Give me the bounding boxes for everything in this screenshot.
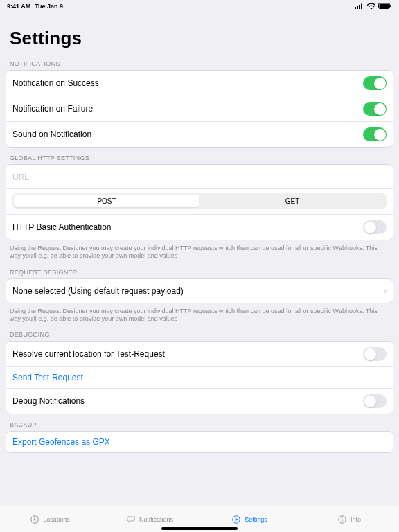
toggle-sound[interactable] bbox=[363, 127, 387, 141]
label-sound: Sound on Notification bbox=[12, 130, 91, 139]
section-header-request-designer: REQUEST DESIGNER bbox=[0, 262, 399, 278]
svg-rect-0 bbox=[355, 7, 356, 9]
row-method-segment: POST GET bbox=[6, 188, 393, 214]
locations-icon bbox=[30, 515, 39, 524]
segment-get-button[interactable]: GET bbox=[200, 195, 385, 207]
row-basic-auth[interactable]: HTTP Basic Authentication bbox=[6, 214, 393, 240]
row-debug-notifications[interactable]: Debug Notifications bbox=[6, 388, 393, 414]
svg-marker-8 bbox=[33, 516, 36, 520]
label-failure: Notification on Failure bbox=[12, 104, 93, 114]
label-send-test[interactable]: Send Test-Request bbox=[12, 373, 83, 382]
row-failure-notification[interactable]: Notification on Failure bbox=[6, 96, 393, 121]
status-time: 9:41 AM bbox=[7, 3, 30, 10]
battery-icon bbox=[378, 3, 392, 10]
section-header-global-http: GLOBAL HTTP SETTINGS bbox=[0, 148, 399, 164]
label-resolve-location: Resolve current location for Test-Reques… bbox=[12, 349, 165, 359]
section-header-debugging: DEBUGGING bbox=[0, 324, 399, 341]
row-request-designer[interactable]: None selected (Using default request pay… bbox=[6, 279, 393, 303]
svg-rect-13 bbox=[342, 519, 342, 522]
toggle-debug-notifications[interactable] bbox=[363, 394, 387, 408]
tab-notifications-label: Notifications bbox=[139, 516, 173, 523]
svg-rect-5 bbox=[380, 3, 389, 8]
group-global-http: POST GET HTTP Basic Authentication bbox=[6, 164, 393, 240]
tab-info-label: Info bbox=[351, 516, 361, 523]
toggle-resolve-location[interactable] bbox=[363, 347, 387, 361]
tab-locations[interactable]: Locations bbox=[0, 506, 100, 532]
group-debugging: Resolve current location for Test-Reques… bbox=[6, 341, 393, 414]
svg-rect-1 bbox=[357, 6, 358, 9]
page-title: Settings bbox=[0, 11, 399, 53]
section-header-notifications: NOTIFICATIONS bbox=[0, 53, 399, 70]
label-basic-auth: HTTP Basic Authentication bbox=[12, 222, 112, 232]
svg-marker-10 bbox=[236, 517, 238, 521]
info-icon bbox=[337, 515, 347, 524]
url-input[interactable] bbox=[12, 172, 387, 182]
label-request-designer: None selected (Using default request pay… bbox=[12, 286, 184, 296]
svg-rect-6 bbox=[390, 4, 391, 6]
label-debug-notifications: Debug Notifications bbox=[12, 396, 85, 406]
svg-point-12 bbox=[342, 517, 342, 518]
settings-icon bbox=[231, 515, 241, 524]
group-notifications: Notification on Success Notification on … bbox=[6, 70, 393, 148]
row-send-test[interactable]: Send Test-Request bbox=[6, 366, 393, 388]
svg-rect-2 bbox=[359, 5, 360, 9]
label-success: Notification on Success bbox=[12, 78, 99, 88]
status-bar: 9:41 AM Tue Jan 9 bbox=[0, 0, 399, 11]
toggle-success[interactable] bbox=[363, 76, 387, 90]
segment-http-method[interactable]: POST GET bbox=[12, 193, 387, 209]
notifications-icon bbox=[126, 515, 136, 524]
section-header-backup: BACKUP bbox=[0, 414, 399, 431]
home-indicator bbox=[161, 527, 238, 530]
label-export-gpx[interactable]: Export Geofences as GPX bbox=[12, 437, 110, 447]
row-url[interactable] bbox=[6, 165, 393, 188]
row-export-gpx[interactable]: Export Geofences as GPX bbox=[6, 432, 393, 452]
toggle-basic-auth[interactable] bbox=[363, 220, 387, 234]
chevron-right-icon: › bbox=[384, 286, 387, 296]
note-request-designer: Using the Request Designer you may creat… bbox=[0, 303, 399, 325]
segment-post-button[interactable]: POST bbox=[14, 195, 200, 207]
row-resolve-location[interactable]: Resolve current location for Test-Reques… bbox=[6, 342, 393, 366]
toggle-failure[interactable] bbox=[363, 102, 387, 116]
row-success-notification[interactable]: Notification on Success bbox=[6, 71, 393, 96]
signal-icon bbox=[355, 3, 364, 10]
row-sound-notification[interactable]: Sound on Notification bbox=[6, 121, 393, 147]
tab-info[interactable]: Info bbox=[299, 506, 399, 532]
group-backup: Export Geofences as GPX bbox=[6, 431, 393, 453]
svg-rect-3 bbox=[361, 3, 362, 9]
tab-locations-label: Locations bbox=[43, 516, 70, 523]
wifi-icon bbox=[367, 3, 375, 10]
note-global-http: Using the Request Designer you may creat… bbox=[0, 240, 399, 262]
status-date: Tue Jan 9 bbox=[35, 3, 63, 10]
group-request-designer: None selected (Using default request pay… bbox=[6, 278, 393, 303]
tab-settings-label: Settings bbox=[245, 516, 267, 523]
